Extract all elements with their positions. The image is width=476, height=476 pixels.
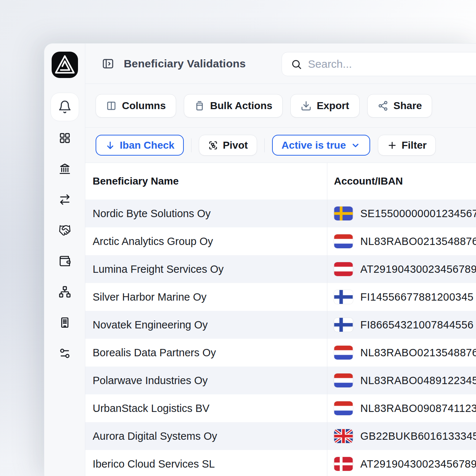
share-button-label: Share [394,100,422,112]
at-flag-icon [334,262,353,276]
add-filter-chip-label: Filter [402,140,427,151]
filter-bar: Iban CheckPivotActive is trueFilter [85,128,476,163]
table-row[interactable]: Arctic Analytics Group OyNL83RABO0213548… [85,227,476,255]
column-header-account-iban[interactable]: Account/IBAN [327,175,476,187]
iban-cell[interactable]: GB22BUKB60161333456 [327,422,476,450]
arrows-left-right-icon [59,193,71,206]
hierarchy-icon [59,286,71,298]
fi-flag-icon [334,290,353,304]
export-button-label: Export [317,100,349,112]
arrow-down-icon [105,140,115,150]
sidebar-item-bank[interactable] [59,163,71,175]
iban-value: SE155000000012345678 [360,208,476,220]
iban-cell[interactable]: FI14556677881200345 [327,283,476,311]
bulk-actions-icon [194,100,205,111]
iban-value: AT29190430023456789 [360,458,476,470]
search-box [282,52,476,76]
sidebar-item-dashboard[interactable] [59,132,71,144]
main-area: Beneficiary Validations ColumnsBulk Acti… [85,44,476,476]
app-window: Beneficiary Validations ColumnsBulk Acti… [44,43,476,476]
columns-icon [106,100,117,111]
iban-check-chip[interactable]: Iban Check [96,135,184,156]
column-header-beneficiary-name[interactable]: Beneficiary Name [85,163,327,200]
iban-cell[interactable]: AT29190430023456789 [327,255,476,283]
table-row[interactable]: UrbanStack Logistics BVNL83RABO090874112… [85,394,476,422]
table-row[interactable]: Nordic Byte Solutions OySE15500000001234… [85,200,476,227]
sidebar-item-partners[interactable] [59,224,71,237]
sidebar-item-wallet[interactable] [59,255,71,267]
columns-button[interactable]: Columns [96,94,176,118]
table-body: Nordic Byte Solutions OySE15500000001234… [85,200,476,476]
search-input[interactable] [308,58,476,70]
page-title: Beneficiary Validations [124,57,246,70]
bank-icon [59,163,71,175]
export-button[interactable]: Export [290,94,360,118]
beneficiary-name-cell[interactable]: Arctic Analytics Group Oy [85,227,327,255]
app-logo[interactable] [52,52,78,78]
grid-icon [59,132,71,144]
building-icon [59,316,71,329]
beneficiary-name-cell[interactable]: Novatek Engineering Oy [85,311,327,339]
table-row[interactable]: Borealis Data Partners OyNL83RABO0213548… [85,339,476,367]
se-flag-icon [334,207,353,220]
notifications-button[interactable] [51,93,79,121]
chevron-down-icon [350,140,361,150]
sidebar-item-transfers[interactable] [59,193,71,206]
iban-cell[interactable]: NL83RABO04891223456 [327,367,476,394]
columns-button-label: Columns [122,100,166,112]
bulk-actions-button-label: Bulk Actions [210,100,272,112]
filter-divider [191,138,191,152]
triangle-logo-icon [52,52,78,78]
beneficiary-name-cell[interactable]: Silver Harbor Marine Oy [85,283,327,311]
title-bar: Beneficiary Validations [85,44,476,84]
beneficiary-name-cell[interactable]: UrbanStack Logistics BV [85,394,327,422]
iban-value: NL83RABO02135488765 [360,347,476,359]
share-button[interactable]: Share [367,94,432,118]
beneficiary-name-cell[interactable]: Polarwave Industries Oy [85,367,327,394]
fi-flag-icon [334,318,353,332]
sidebar-nav [59,132,71,360]
pivot-icon [208,140,218,150]
beneficiary-name-cell[interactable]: Nordic Byte Solutions Oy [85,200,327,227]
iban-value: NL83RABO04891223456 [360,375,476,387]
iban-cell[interactable]: AT29190430023456789 [327,450,476,476]
search-icon [291,59,302,70]
iban-value: GB22BUKB60161333456 [360,430,476,442]
bulk-actions-button[interactable]: Bulk Actions [184,94,283,118]
iban-cell[interactable]: NL83RABO02135488765 [327,227,476,255]
beneficiary-name-cell[interactable]: Borealis Data Partners Oy [85,339,327,367]
iban-cell[interactable]: FI86654321007844556 [327,311,476,339]
iban-cell[interactable]: NL83RABO09087411234 [327,394,476,422]
beneficiary-name-cell[interactable]: Lumina Freight Services Oy [85,255,327,283]
sidebar-item-org-structure[interactable] [59,286,71,298]
iban-value: AT29190430023456789 [360,263,476,275]
beneficiary-name-cell[interactable]: Iberico Cloud Services SL [85,450,327,476]
beneficiary-name-cell[interactable]: Aurora Digital Systems Oy [85,422,327,450]
toolbar: ColumnsBulk ActionsExportShare [85,84,476,128]
table-row[interactable]: Polarwave Industries OyNL83RABO048912234… [85,367,476,394]
table-row[interactable]: Lumina Freight Services OyAT291904300234… [85,255,476,283]
table-row[interactable]: Silver Harbor Marine OyFI145566778812003… [85,283,476,311]
gb-flag-icon [334,429,353,443]
table-row[interactable]: Iberico Cloud Services SLAT2919043002345… [85,450,476,476]
nl-flag-icon [334,234,353,248]
table-header: Beneficiary Name Account/IBAN [85,163,476,200]
table-row[interactable]: Aurora Digital Systems OyGB22BUKB6016133… [85,422,476,450]
panel-toggle-icon[interactable] [102,57,114,70]
active-filter-chip[interactable]: Active is true [272,135,370,156]
iban-value: FI14556677881200345 [360,291,473,303]
add-filter-chip[interactable]: Filter [378,135,436,156]
filter-divider [264,138,265,152]
pivot-chip[interactable]: Pivot [199,135,257,156]
beneficiary-table: Beneficiary Name Account/IBAN Nordic Byt… [85,163,476,476]
iban-cell[interactable]: NL83RABO02135488765 [327,339,476,367]
sidebar-item-company[interactable] [59,316,71,329]
iban-cell[interactable]: SE155000000012345678 [327,200,476,227]
wallet-icon [59,255,71,267]
sidebar-item-preferences[interactable] [59,347,71,360]
download-icon [301,100,312,111]
table-row[interactable]: Novatek Engineering OyFI8665432100784455… [85,311,476,339]
nl-flag-icon [334,401,353,415]
bell-icon [58,100,72,114]
pivot-chip-label: Pivot [223,140,248,151]
